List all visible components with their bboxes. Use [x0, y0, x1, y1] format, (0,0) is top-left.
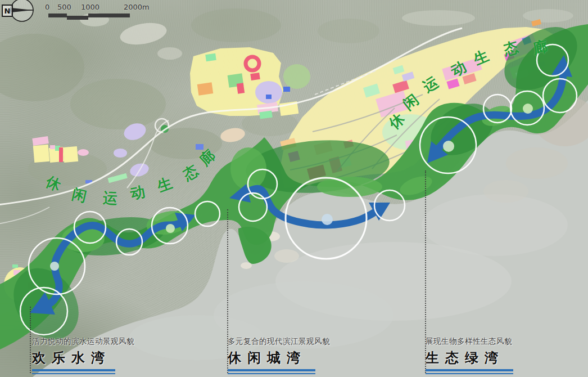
zone-block-xiuxian: 多元复合的现代滨江景观风貌 休闲城湾 — [228, 336, 357, 374]
water-shape — [483, 180, 528, 203]
node-dot — [166, 224, 175, 233]
terrain-texture-shape — [70, 79, 166, 129]
olive-parcel — [283, 64, 310, 89]
eco-corridor-shape — [317, 177, 382, 197]
zoning-parcels-shape — [266, 95, 272, 99]
zone-underline — [426, 369, 513, 371]
water-shape — [274, 249, 299, 263]
zone-block-shengtai: 展现生物多样性生态风貌 生态绿湾 — [426, 336, 555, 374]
zone-underline — [228, 369, 315, 371]
zoning-parcels-shape — [205, 53, 216, 61]
scale-tick-1000: 1000 — [81, 3, 99, 11]
node-dot — [443, 141, 454, 152]
zoning-parcels-shape — [283, 87, 290, 92]
node-dot — [50, 262, 59, 271]
zone-underline — [32, 369, 115, 371]
north-label: N — [4, 7, 11, 15]
water-shape — [241, 262, 252, 269]
scale-bar-seg3 — [88, 14, 130, 17]
leader-line-1 — [30, 307, 31, 373]
terrain-texture-shape — [318, 19, 379, 43]
map-svg — [0, 0, 588, 377]
terrain-texture-shape — [157, 47, 182, 60]
terrain-texture-shape — [191, 8, 281, 42]
terrain-texture-shape — [523, 9, 573, 23]
zoning-parcels-shape — [12, 264, 18, 268]
terrain-texture-shape — [402, 10, 475, 26]
water-shape — [422, 194, 568, 256]
zoning-parcels-shape — [237, 83, 245, 93]
zoning-parcels-shape — [78, 149, 89, 156]
north-indicator: N — [2, 5, 13, 17]
zone-subtitle: 活力悦动的滨水运动景观风貌 — [32, 336, 161, 347]
roads-shape — [0, 207, 49, 224]
zone-subtitle: 多元复合的现代滨江景观风貌 — [228, 336, 357, 347]
terrain-texture-shape — [0, 34, 84, 101]
zoning-parcels-shape — [197, 82, 214, 95]
zoning-parcels-shape — [114, 149, 127, 158]
node-dot — [523, 104, 533, 114]
zoning-parcels-shape — [33, 145, 50, 163]
scale-bar-seg2 — [67, 16, 88, 20]
scale-bar-seg1 — [48, 14, 67, 17]
scale-tick-500: 500 — [57, 3, 71, 11]
zone-title: 欢乐水湾 — [32, 349, 161, 367]
node-dot — [322, 214, 333, 225]
planning-map: N 0 500 1000 2000m 休闲运动生态廊休闲运动生态廊 活力悦动的滨… — [0, 0, 588, 377]
scale-tick-2000: 2000m — [124, 3, 150, 11]
zone-underline-thin — [32, 373, 115, 374]
zoning-parcels-shape — [63, 146, 78, 163]
terrain-texture-shape — [119, 20, 169, 48]
scale-tick-0: 0 — [45, 3, 49, 11]
zoning-parcels-shape — [50, 145, 55, 149]
zone-underline-thin — [228, 373, 315, 374]
zoning-parcels-shape — [250, 73, 260, 80]
zone-title: 休闲城湾 — [228, 349, 357, 367]
zoning-parcels-shape — [196, 144, 203, 150]
zone-underline-thin — [426, 373, 513, 374]
zoning-parcels-shape — [59, 147, 63, 162]
zone-subtitle: 展现生物多样性生态风貌 — [426, 336, 555, 347]
zoning-parcels-shape — [255, 81, 282, 104]
zone-block-huanle: 活力悦动的滨水运动景观风貌 欢乐水湾 — [32, 336, 161, 374]
zoning-parcels-shape — [219, 126, 246, 143]
zoning-parcels-shape — [32, 136, 49, 146]
zone-title: 生态绿湾 — [426, 349, 555, 367]
zoning-parcels-shape — [108, 173, 128, 183]
water-shape — [506, 147, 568, 179]
